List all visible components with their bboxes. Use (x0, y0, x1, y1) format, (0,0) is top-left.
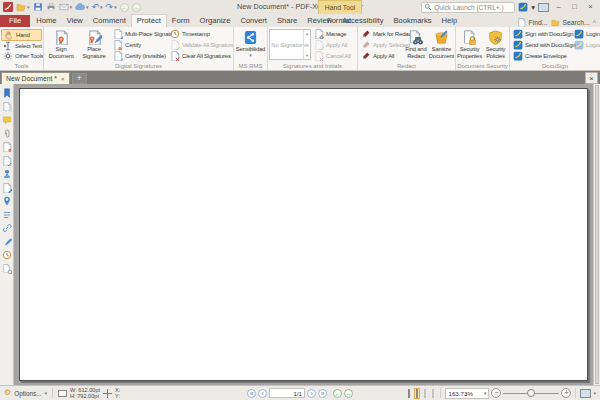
docusign-logout-button[interactable]: Logout (572, 40, 600, 50)
signatures-list-scrollbar[interactable]: ▴ ▾ (303, 30, 310, 59)
certify-button[interactable]: Certify (111, 40, 167, 50)
tab-help[interactable]: Help (436, 15, 462, 27)
quick-launch-box[interactable]: Quick Launch (CTRL+.) (421, 2, 515, 13)
other-tools-button[interactable]: Other Tools ▾ (1, 51, 42, 61)
hand-tool-button[interactable]: Hand (1, 29, 42, 41)
tab-convert[interactable]: Convert (235, 15, 272, 27)
tab-comment[interactable]: Comment (88, 15, 131, 27)
tab-share[interactable]: Share (272, 15, 302, 27)
add-tab-button[interactable]: + (72, 73, 87, 84)
email-icon[interactable] (59, 2, 69, 12)
fullscreen-monitor-icon[interactable] (580, 389, 591, 398)
tab-home[interactable]: Home (31, 15, 61, 27)
fit-page-view-button[interactable] (414, 388, 420, 399)
sensitivity-button[interactable]: Sensibilidad ▾ (235, 28, 266, 62)
ui-customize-chevron-icon[interactable]: ▾ (531, 3, 535, 12)
layout-switch-icon[interactable] (538, 3, 549, 12)
email-chevron-icon[interactable]: ▾ (70, 4, 73, 10)
close-document-button[interactable]: × (585, 72, 598, 84)
place-signature-button[interactable]: Place Signature (78, 28, 110, 62)
chain-link-icon[interactable] (2, 223, 12, 233)
tab-format[interactable]: Format (322, 15, 356, 27)
security-policies-button[interactable]: Security Policies (483, 28, 508, 62)
first-page-button[interactable]: « (247, 389, 256, 398)
document-magnifier-icon[interactable] (2, 264, 12, 274)
scroll-up-icon[interactable]: ▴ (306, 31, 308, 36)
stamp-icon[interactable] (2, 169, 12, 179)
apply-all-signatures-button[interactable]: Apply All (312, 40, 356, 50)
sign-document-button[interactable]: Sign Document (45, 28, 77, 62)
sanitize-document-button[interactable]: Sanitize Document (429, 28, 454, 62)
multi-page-view-button[interactable] (430, 388, 436, 399)
tab-file[interactable]: File (0, 15, 30, 27)
scroll-down-icon[interactable]: ▾ (306, 53, 308, 58)
certify-invisible-button[interactable]: Certify (Invisible) (111, 51, 167, 61)
create-envelope-button[interactable]: Create Envelope (511, 51, 571, 61)
validate-all-signatures-button[interactable]: Validate All Signatures (168, 40, 232, 50)
share-cloud-icon[interactable] (75, 2, 85, 12)
cancel-all-signatures-button[interactable]: Cancel All (312, 51, 356, 61)
document-seal-icon[interactable] (2, 142, 12, 152)
previous-page-button[interactable]: ‹ (258, 389, 267, 398)
minimize-button[interactable]: – (552, 1, 565, 13)
security-properties-button[interactable]: Security Properties (457, 28, 482, 62)
search-button[interactable]: Search... (563, 19, 590, 26)
manage-signatures-button[interactable]: Manage (312, 29, 356, 39)
options-chevron-icon[interactable]: ▾ (45, 390, 48, 396)
multi-place-signature-button[interactable]: Multi-Place Signature (111, 29, 167, 39)
tab-bookmarks[interactable]: Bookmarks (389, 15, 437, 27)
two-page-view-button[interactable] (422, 388, 428, 399)
apply-selected-redaction-button[interactable]: Apply Selected (359, 40, 403, 50)
history-back-icon[interactable]: ← (120, 3, 129, 12)
tab-form[interactable]: Form (167, 15, 195, 27)
zoom-level-select[interactable]: 163.73% ▾ (445, 388, 489, 399)
docusign-login-button[interactable]: Login (572, 29, 600, 39)
signature-pen-icon[interactable] (2, 237, 12, 247)
paperclip-icon[interactable] (2, 129, 12, 139)
view-mode-chevron-icon[interactable]: ▾ (593, 390, 596, 396)
document-tab-active[interactable]: New Document * × (1, 72, 70, 84)
undo-icon[interactable]: ↶ (92, 2, 100, 12)
document-tab-close-icon[interactable]: × (61, 76, 65, 82)
document-pencil-icon[interactable] (2, 183, 12, 193)
ui-customize-icon[interactable] (518, 2, 528, 12)
history-clock-icon[interactable] (2, 250, 12, 260)
collapse-ribbon-icon[interactable]: ^ (593, 19, 596, 26)
find-and-redact-button[interactable]: Find and Redact (404, 28, 428, 62)
next-view-button[interactable]: → (344, 389, 353, 398)
document-canvas[interactable] (14, 84, 593, 385)
pdf-page[interactable] (19, 88, 588, 381)
open-folder-icon[interactable] (16, 2, 26, 12)
print-icon[interactable] (46, 2, 56, 12)
document-check-icon[interactable] (2, 156, 12, 166)
bookmark-icon[interactable] (2, 88, 12, 98)
select-text-button[interactable]: Select Text (1, 41, 42, 51)
redo-chevron-icon[interactable]: ▾ (114, 4, 117, 10)
apply-all-redactions-button[interactable]: Apply All (359, 51, 403, 61)
page-number-input[interactable]: 1/1 (269, 388, 305, 398)
maximize-button[interactable]: □ (568, 1, 581, 13)
share-chevron-icon[interactable]: ▾ (86, 4, 89, 10)
vertical-scrollbar[interactable] (593, 84, 600, 385)
zoom-out-button[interactable]: − (491, 388, 501, 398)
undo-chevron-icon[interactable]: ▾ (100, 4, 103, 10)
map-pin-icon[interactable] (2, 196, 12, 206)
zoom-slider[interactable] (503, 393, 559, 394)
last-page-button[interactable]: » (318, 389, 327, 398)
sign-with-docusign-button[interactable]: Sign with DocuSign (511, 29, 571, 39)
signatures-list-box[interactable]: No Signatures ▴ ▾ (269, 29, 311, 60)
zoom-in-button[interactable]: + (561, 388, 571, 398)
page-thumbnails-icon[interactable] (2, 102, 12, 112)
send-with-docusign-button[interactable]: Send with DocuSign (511, 40, 571, 50)
tab-organize[interactable]: Organize (195, 15, 236, 27)
previous-view-button[interactable]: ← (333, 389, 342, 398)
clear-all-signatures-button[interactable]: Clear All Signatures (168, 51, 232, 61)
single-page-view-button[interactable] (406, 388, 412, 399)
zoom-slider-knob[interactable] (527, 389, 535, 397)
close-button[interactable]: × (584, 1, 597, 13)
options-button[interactable]: Options... (14, 390, 41, 397)
save-icon[interactable] (33, 2, 43, 12)
open-chevron-icon[interactable]: ▾ (27, 4, 30, 10)
form-fields-list-icon[interactable] (2, 210, 12, 220)
scrollbar-thumb[interactable] (595, 85, 599, 384)
